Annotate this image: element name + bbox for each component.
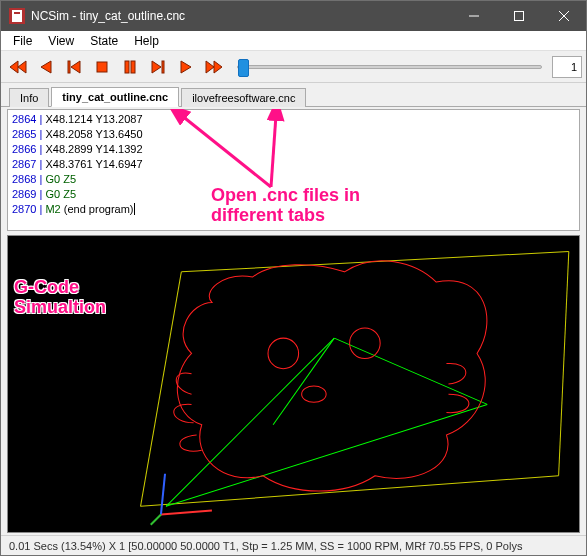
svg-rect-10 [68, 61, 70, 73]
svg-marker-18 [206, 61, 214, 73]
svg-point-30 [302, 386, 326, 402]
svg-rect-4 [514, 12, 523, 21]
svg-marker-9 [41, 61, 51, 73]
code-line[interactable]: 2864 | X48.1214 Y13.2087 [12, 112, 575, 127]
tab-tiny-cat[interactable]: tiny_cat_outline.cnc [51, 87, 179, 107]
prev-button[interactable] [61, 54, 87, 80]
svg-rect-2 [14, 12, 20, 14]
svg-line-32 [161, 474, 165, 515]
progress-slider[interactable] [237, 57, 542, 77]
code-line[interactable]: 2866 | X48.2899 Y14.1392 [12, 142, 575, 157]
code-line[interactable]: 2865 | X48.2058 Y13.6450 [12, 127, 575, 142]
tabbar: Info tiny_cat_outline.cnc ilovefreesoftw… [1, 83, 586, 107]
svg-rect-12 [97, 62, 107, 72]
tab-ilovefreesoftware[interactable]: ilovefreesoftware.cnc [181, 88, 306, 107]
status-text: 0.01 Secs (13.54%) X 1 [50.00000 50.0000… [9, 540, 522, 552]
close-button[interactable] [541, 1, 586, 31]
svg-line-23 [181, 251, 568, 271]
svg-marker-17 [181, 61, 191, 73]
play-button[interactable] [173, 54, 199, 80]
svg-rect-1 [12, 10, 22, 22]
svg-line-22 [559, 251, 569, 475]
menu-view[interactable]: View [40, 32, 82, 50]
svg-marker-8 [10, 61, 18, 73]
svg-rect-13 [125, 61, 129, 73]
svg-rect-16 [162, 61, 164, 73]
svg-marker-19 [214, 61, 222, 73]
tab-info[interactable]: Info [9, 88, 49, 107]
menu-help[interactable]: Help [126, 32, 167, 50]
code-line[interactable]: 2870 | M2 (end program) [12, 202, 575, 217]
app-window: NCSim - tiny_cat_outline.cnc File View S… [0, 0, 587, 556]
rewind-button[interactable] [5, 54, 31, 80]
fast-forward-button[interactable] [201, 54, 227, 80]
next-button[interactable] [145, 54, 171, 80]
pause-button[interactable] [117, 54, 143, 80]
svg-point-29 [350, 328, 381, 359]
simulation-viewport[interactable]: G-Code Simualtion [7, 235, 580, 533]
window-title: NCSim - tiny_cat_outline.cnc [31, 9, 451, 23]
svg-line-31 [161, 510, 212, 514]
toolbar [1, 51, 586, 83]
stop-button[interactable] [89, 54, 115, 80]
code-editor[interactable]: 2864 | X48.1214 Y13.20872865 | X48.2058 … [7, 109, 580, 231]
step-spinner[interactable] [552, 56, 582, 78]
svg-marker-15 [152, 61, 161, 73]
svg-marker-7 [18, 61, 26, 73]
maximize-button[interactable] [496, 1, 541, 31]
menubar: File View State Help [1, 31, 586, 51]
svg-rect-14 [131, 61, 135, 73]
svg-marker-11 [71, 61, 80, 73]
code-line[interactable]: 2868 | G0 Z5 [12, 172, 575, 187]
svg-line-20 [141, 476, 559, 507]
menu-state[interactable]: State [82, 32, 126, 50]
statusbar: 0.01 Secs (13.54%) X 1 [50.00000 50.0000… [1, 535, 586, 555]
minimize-button[interactable] [451, 1, 496, 31]
code-line[interactable]: 2869 | G0 Z5 [12, 187, 575, 202]
svg-line-33 [151, 515, 161, 525]
svg-line-21 [141, 272, 182, 507]
svg-point-28 [268, 338, 299, 369]
svg-line-25 [334, 338, 487, 404]
titlebar: NCSim - tiny_cat_outline.cnc [1, 1, 586, 31]
svg-line-27 [273, 338, 334, 425]
step-back-button[interactable] [33, 54, 59, 80]
code-line[interactable]: 2867 | X48.3761 Y14.6947 [12, 157, 575, 172]
window-buttons [451, 1, 586, 31]
menu-file[interactable]: File [5, 32, 40, 50]
simulation-canvas [8, 236, 579, 532]
app-icon [9, 8, 25, 24]
